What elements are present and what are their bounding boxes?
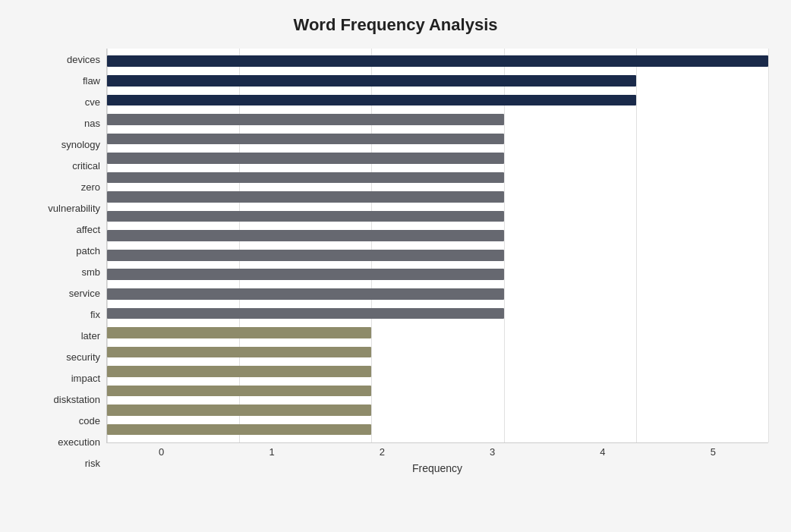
x-tick-label: 1 — [216, 446, 326, 458]
x-tick-label: 3 — [437, 446, 547, 458]
chart-title: Word Frequency Analysis — [23, 15, 768, 35]
y-label: fix — [90, 304, 100, 326]
x-axis-title: Frequency — [106, 462, 768, 474]
y-label: execution — [58, 432, 100, 453]
bar-row — [107, 265, 768, 285]
bar-row — [107, 110, 768, 130]
y-label: patch — [76, 240, 100, 261]
y-label: security — [66, 347, 100, 368]
grid-and-bars — [106, 49, 768, 443]
chart-container: Word Frequency Analysis devicesflawcvena… — [0, 0, 791, 532]
bar-row — [107, 342, 768, 362]
x-tick-label: 0 — [106, 446, 216, 458]
y-axis: devicesflawcvenassynologycriticalzerovul… — [23, 49, 106, 474]
bar-row — [107, 149, 768, 168]
bar — [107, 366, 371, 377]
bar — [107, 327, 371, 338]
y-label: smb — [81, 261, 100, 282]
y-label: critical — [72, 155, 100, 176]
y-label: code — [79, 411, 100, 432]
y-label: synology — [61, 134, 100, 155]
bar — [107, 308, 504, 320]
bar-row — [107, 245, 768, 265]
bar — [107, 269, 504, 280]
bar-row — [107, 323, 768, 343]
bar — [107, 405, 371, 416]
bar — [107, 114, 504, 125]
bar — [107, 134, 504, 145]
bar-row — [107, 401, 768, 420]
y-label: impact — [71, 368, 100, 389]
x-axis-labels: 012345 — [106, 446, 768, 458]
bar-row — [107, 187, 768, 207]
bar-row — [107, 285, 768, 304]
bar — [107, 191, 504, 203]
chart-area: devicesflawcvenassynologycriticalzerovul… — [23, 49, 768, 474]
bar-row — [107, 168, 768, 187]
plot-area: 012345 Frequency — [106, 49, 768, 474]
bar — [107, 211, 504, 222]
bar — [107, 347, 371, 358]
bar — [107, 230, 504, 241]
bar — [107, 172, 504, 184]
bar-row — [107, 129, 768, 149]
bar-row — [107, 362, 768, 382]
y-label: diskstation — [54, 389, 100, 411]
y-label: flaw — [83, 70, 100, 91]
bar — [107, 250, 504, 261]
y-label: zero — [81, 176, 100, 197]
bar — [107, 386, 371, 397]
y-label: later — [81, 326, 100, 347]
bar-row — [107, 420, 768, 439]
bar — [107, 424, 371, 436]
x-tick-label: 2 — [327, 446, 437, 458]
y-label: risk — [85, 453, 100, 474]
bar — [107, 288, 504, 300]
bar-row — [107, 226, 768, 246]
bar-row — [107, 90, 768, 110]
bar — [107, 55, 768, 67]
grid-line — [768, 49, 769, 442]
bar — [107, 75, 636, 87]
bar-row — [107, 52, 768, 71]
bar-row — [107, 381, 768, 401]
bar-row — [107, 206, 768, 226]
bar-row — [107, 71, 768, 91]
y-label: nas — [84, 112, 100, 134]
y-label: affect — [76, 219, 100, 240]
y-label: cve — [85, 91, 100, 112]
bar-row — [107, 304, 768, 323]
x-tick-label: 5 — [658, 446, 768, 458]
y-label: service — [69, 283, 100, 304]
x-tick-label: 4 — [547, 446, 657, 458]
bar — [107, 95, 636, 106]
y-label: vulnerability — [48, 197, 100, 219]
bars-container — [107, 49, 768, 442]
bar — [107, 153, 504, 164]
y-label: devices — [67, 49, 100, 70]
